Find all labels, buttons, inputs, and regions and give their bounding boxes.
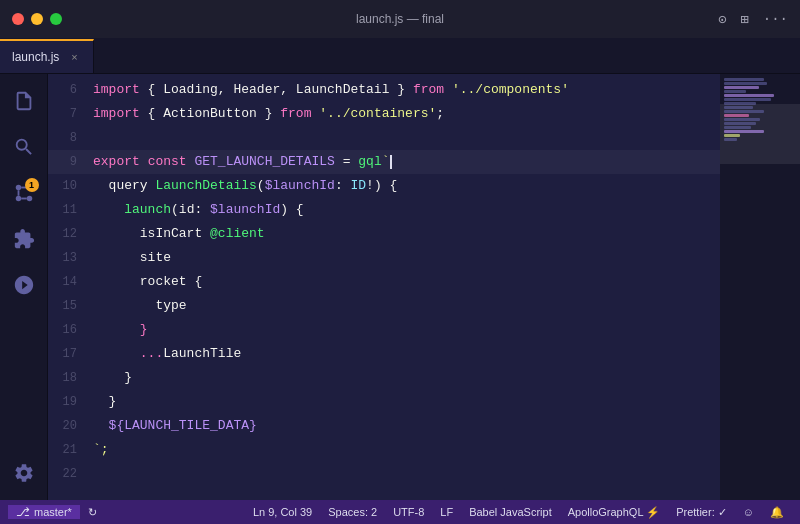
encoding-label: UTF-8 xyxy=(393,506,424,518)
cursor-position[interactable]: Ln 9, Col 39 xyxy=(245,506,320,518)
minimap-line xyxy=(724,102,756,105)
minimap-line xyxy=(724,114,749,117)
lineending-label: LF xyxy=(440,506,453,518)
language-mode[interactable]: Babel JavaScript xyxy=(461,506,560,518)
statusbar: ⎇ master* ↻ Ln 9, Col 39 Spaces: 2 UTF-8… xyxy=(0,500,800,524)
line-num-14: 14 xyxy=(48,270,93,294)
tab-label: launch.js xyxy=(12,50,59,64)
tab-close-icon[interactable]: × xyxy=(67,50,81,64)
line-content-21: `; xyxy=(93,438,720,462)
line-content-18: } xyxy=(93,366,720,390)
code-line-14: 14 rocket { xyxy=(48,270,720,294)
line-num-8: 8 xyxy=(48,126,93,150)
line-content-13: site xyxy=(93,246,720,270)
git-badge: 1 xyxy=(25,178,39,192)
main-layout: 1 6 import { Loading, Header, xyxy=(0,74,800,500)
minimap-line xyxy=(724,110,764,113)
line-content-14: rocket { xyxy=(93,270,720,294)
code-line-9: 9 export const GET_LAUNCH_DETAILS = gql` xyxy=(48,150,720,174)
code-line-22: 22 xyxy=(48,462,720,486)
bell-icon: 🔔 xyxy=(770,506,784,519)
line-num-22: 22 xyxy=(48,462,93,486)
code-line-13: 13 site xyxy=(48,246,720,270)
tab-launch-js[interactable]: launch.js × xyxy=(0,39,94,73)
layout-icon[interactable]: ⊞ xyxy=(740,11,748,28)
minimize-button[interactable] xyxy=(31,13,43,25)
search-sidebar-icon[interactable] xyxy=(5,128,43,166)
line-num-9: 9 xyxy=(48,150,93,174)
git-branch-label: master* xyxy=(34,506,72,518)
sync-icon: ↻ xyxy=(88,506,97,519)
line-content-6: import { Loading, Header, LaunchDetail }… xyxy=(93,78,720,102)
minimap-line xyxy=(724,86,759,89)
language-label: Babel JavaScript xyxy=(469,506,552,518)
code-line-12: 12 isInCart @client xyxy=(48,222,720,246)
code-line-8: 8 xyxy=(48,126,720,150)
window-controls xyxy=(12,13,62,25)
activity-bar: 1 xyxy=(0,74,48,500)
code-line-18: 18 } xyxy=(48,366,720,390)
minimap-line xyxy=(724,82,767,85)
minimap-line xyxy=(724,138,737,141)
sync-button[interactable]: ↻ xyxy=(80,506,105,519)
maximize-button[interactable] xyxy=(50,13,62,25)
line-num-18: 18 xyxy=(48,366,93,390)
svg-point-0 xyxy=(26,196,32,202)
position-label: Ln 9, Col 39 xyxy=(253,506,312,518)
emoji-button[interactable]: ☺ xyxy=(735,506,762,518)
minimap-line xyxy=(724,134,740,137)
code-line-20: 20 ${LAUNCH_TILE_DATA} xyxy=(48,414,720,438)
notifications-button[interactable]: 🔔 xyxy=(762,506,792,519)
line-ending[interactable]: LF xyxy=(432,506,461,518)
git-icon[interactable]: 1 xyxy=(5,174,43,212)
code-line-16: 16 } xyxy=(48,318,720,342)
line-content-9: export const GET_LAUNCH_DETAILS = gql` xyxy=(93,150,720,174)
search-icon[interactable]: ⊙ xyxy=(718,11,726,28)
line-num-12: 12 xyxy=(48,222,93,246)
code-line-7: 7 import { ActionButton } from '../conta… xyxy=(48,102,720,126)
code-editor[interactable]: 6 import { Loading, Header, LaunchDetail… xyxy=(48,74,720,500)
extensions-icon[interactable] xyxy=(5,220,43,258)
line-num-11: 11 xyxy=(48,198,93,222)
code-content: 6 import { Loading, Header, LaunchDetail… xyxy=(48,74,720,500)
minimap-line xyxy=(724,106,753,109)
code-line-17: 17 ...LaunchTile xyxy=(48,342,720,366)
code-line-6: 6 import { Loading, Header, LaunchDetail… xyxy=(48,78,720,102)
line-num-16: 16 xyxy=(48,318,93,342)
line-content-19: } xyxy=(93,390,720,414)
line-content-16: } xyxy=(93,318,720,342)
line-content-15: type xyxy=(93,294,720,318)
titlebar-actions: ⊙ ⊞ ··· xyxy=(718,11,788,28)
encoding[interactable]: UTF-8 xyxy=(385,506,432,518)
line-num-19: 19 xyxy=(48,390,93,414)
git-branch-icon: ⎇ xyxy=(16,505,30,519)
status-right: Ln 9, Col 39 Spaces: 2 UTF-8 LF Babel Ja… xyxy=(245,506,792,519)
line-content-20: ${LAUNCH_TILE_DATA} xyxy=(93,414,720,438)
prettier-label: Prettier: ✓ xyxy=(676,506,727,519)
code-line-21: 21 `; xyxy=(48,438,720,462)
prettier-status[interactable]: Prettier: ✓ xyxy=(668,506,735,519)
line-content-11: launch(id: $launchId) { xyxy=(93,198,720,222)
status-left: ⎇ master* ↻ xyxy=(8,505,105,519)
minimap-line xyxy=(724,90,746,93)
schema-label: ApolloGraphQL ⚡ xyxy=(568,506,660,519)
code-line-11: 11 launch(id: $launchId) { xyxy=(48,198,720,222)
menu-icon[interactable]: ··· xyxy=(763,11,788,27)
line-num-10: 10 xyxy=(48,174,93,198)
line-num-17: 17 xyxy=(48,342,93,366)
debug-icon[interactable] xyxy=(5,266,43,304)
line-num-20: 20 xyxy=(48,414,93,438)
settings-icon[interactable] xyxy=(5,454,43,492)
line-num-6: 6 xyxy=(48,78,93,102)
minimap-line xyxy=(724,126,751,129)
titlebar: launch.js — final ⊙ ⊞ ··· xyxy=(0,0,800,38)
close-button[interactable] xyxy=(12,13,24,25)
schema-status[interactable]: ApolloGraphQL ⚡ xyxy=(560,506,668,519)
git-branch[interactable]: ⎇ master* xyxy=(8,505,80,519)
minimap-line xyxy=(724,98,771,101)
line-num-15: 15 xyxy=(48,294,93,318)
files-icon[interactable] xyxy=(5,82,43,120)
indentation[interactable]: Spaces: 2 xyxy=(320,506,385,518)
minimap-line xyxy=(724,118,760,121)
line-content-7: import { ActionButton } from '../contain… xyxy=(93,102,720,126)
